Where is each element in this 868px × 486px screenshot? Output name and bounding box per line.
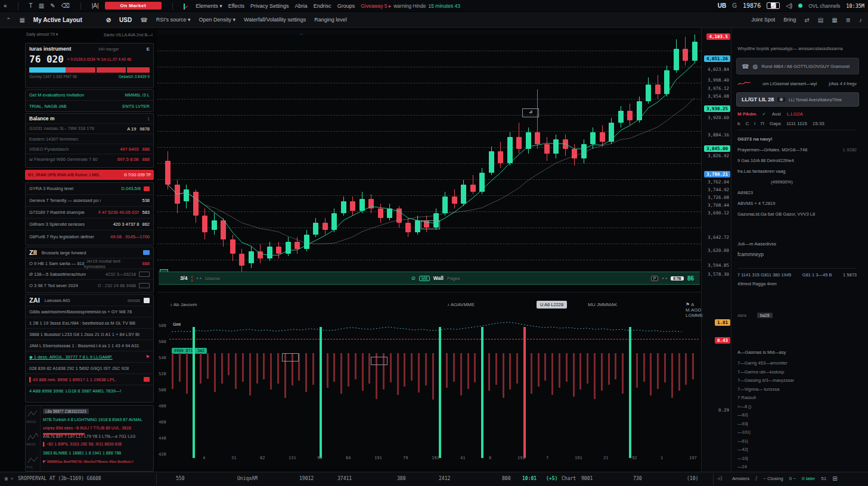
format-button[interactable]: b [737,121,740,126]
changelog-item[interactable]: 7—Garrig 453—amoniter [737,360,857,366]
changelog-item[interactable]: 7—Gamra ubi—kodusp [737,369,857,375]
journal-row[interactable]: 3888 1 Bussiss! L233 G8 1 2sss 21 G A1 1… [26,329,153,340]
stats-row[interactable]: 7 1141 315 G811 380 1945 G81 1 3—45 B 1 … [737,268,857,278]
changelog-item[interactable]: —24 [737,464,857,469]
position-row[interactable]: GYRA 3 Rousing levelD.043,5/8 [26,183,153,195]
changelog-item[interactable]: 7 Rassull [737,395,857,400]
position-row[interactable]: G6PurB 7 Ryu legislation definer49.08 . … [26,230,153,242]
position-p-chip[interactable]: P [651,276,659,281]
sell-tag[interactable] [144,186,150,191]
menu-elements[interactable]: Elements ▾ [196,3,222,9]
format-button[interactable]: C [745,121,749,126]
menu-rsi-source[interactable]: RSI's source ▾ [156,17,191,23]
layout-name[interactable]: My Active Layout [33,17,82,23]
menu-groups[interactable]: Groups [337,3,355,9]
auto-toggle[interactable]: 51 [821,476,826,481]
changelog-item[interactable]: —93| [737,421,857,426]
menu-joint-spot[interactable]: Joint Spot [751,17,775,23]
menu-effects[interactable]: Effects [228,3,244,9]
menu-bring[interactable]: Bring [783,17,796,23]
alert-edit-button[interactable] [139,272,150,277]
rect-annotation[interactable] [282,353,299,362]
chevron-up-icon[interactable]: ⌃ [6,17,11,23]
alert-row[interactable]: Ø 138—5 Sabasttrierachtunnel4232 3—93218 [26,269,153,280]
ticket-expand-icon[interactable]: E [147,46,150,52]
closing-toggle[interactable]: ~ Closing [763,476,783,481]
meta-chip[interactable]: ba28 [757,313,773,318]
selected-session-card[interactable]: LL/GT LIL 28 ▣ LL| Tsmad Averytilatory/T… [736,92,859,107]
measure-annotation[interactable]: ⊿ [522,108,539,117]
menu-endrisc[interactable]: Endrisc [314,3,331,9]
alert-row[interactable]: O 9 HB 1 Sam santa — 8181: Jer19 novital… [26,258,153,269]
refresh-icon[interactable]: ⇄ [804,17,809,23]
changelog-item[interactable]: >—8 () [737,404,857,409]
candle-style-icon[interactable] [184,2,190,10]
format-button[interactable]: 1111 1115 [786,121,807,126]
changelog-item[interactable]: —101| [737,429,857,435]
brush-tool-icon[interactable]: ✎ [50,2,55,9]
position-bar[interactable]: 3/4 ¦ ● ● Ussove ⊘ M8 Wall Pages P ● ● E… [159,272,700,285]
volume-icon[interactable]: ◁) [717,476,723,481]
text-tool-icon[interactable]: T [29,2,33,9]
menu-open-density[interactable]: Open Density ▾ [199,17,235,23]
measure-tool-icon[interactable]: |A| [92,2,99,9]
journal-row[interactable]: ▍43 888 mm. 8998 1 8991? 1 1 19638 LPL. [26,374,153,385]
format-button[interactable]: 15:33 [813,121,824,126]
format-button[interactable]: i [754,121,755,126]
quick-link-row[interactable]: Get M evaluations invitationMMM6L /3 L [26,90,153,101]
ticker-chip[interactable]: L8a 58877 2383322323 [43,409,89,414]
menu-ranging-level[interactable]: Ranging level [314,17,347,23]
save-icon[interactable]: ▤ [818,17,823,23]
alert-row[interactable]: O 3 98 7 Ted sever 2024O : 232 24 88 348… [26,280,153,291]
changelog-item[interactable]: —10| [737,456,857,461]
quick-link-row[interactable]: TRIAL, NAGB JABENTS LVTER [26,101,153,111]
alerts-color-chip[interactable] [143,250,150,255]
position-mode-chip[interactable]: M8 [419,276,430,281]
shapes-tool-icon[interactable]: ▥ [39,2,44,9]
journal-row[interactable]: 1 2B 1 19 3ssss EsL/984 : besittelssd.ss… [26,317,153,329]
position-row[interactable]: Geneva 7 Tenantly — assessed po sweats-G… [26,195,153,207]
menu-privacy-settings[interactable]: Privacy Settings [250,3,289,9]
chart-type-icon[interactable]: ▦ [832,17,837,23]
position-row[interactable]: Gillham 3 Splendid serieses420 3 4737 88… [26,219,153,230]
adjust-toggle[interactable]: Amsters [732,476,749,481]
eraser-tool-icon[interactable]: ⌫ [61,2,70,9]
risk-banner[interactable]: BY, JRAW GPB IRAN A/B Rumor J MEL G TOG … [25,170,154,180]
changelog-item[interactable]: —61| [737,438,857,444]
menu-abria[interactable]: Abria [295,3,308,9]
log-toggle[interactable]: 0 later [802,476,815,481]
price-axis[interactable]: 4,103.54,051.264,023.843,998.403,976.123… [701,28,731,472]
format-button[interactable]: Gaps [770,121,781,126]
fullscreen-icon[interactable]: ⊞ [832,475,837,482]
layout-grid-icon[interactable]: ▦ [19,17,24,23]
volume-icon[interactable]: ◁) [786,2,792,9]
sell-market-button[interactable]: On Market [105,2,162,10]
volume-panel[interactable]: ♪ Ab Javovm♪ AGAVMMEU A6 L2228MU JMMMAK⚑… [157,292,701,469]
ticker-row[interactable]: ◤ 3888B3ss BssPRETE! /Bss3s2TBssss 49ss … [43,457,151,465]
collapse-panel-icon[interactable]: « [4,2,7,9]
changelog-item[interactable]: 7—Vignna— turizssa [737,387,857,392]
ticker-row[interactable]: 3863 8L/M8E 1 18881 1 8 1941 1 888 788 [43,448,151,457]
position-value-chip[interactable]: E7B [671,276,684,281]
channel-row[interactable]: um LIGssmal stansert—wyl j/Ass 4 il freg… [737,80,857,86]
sidebar-header-left[interactable]: Daily almost 79 ▾ [26,32,58,37]
journal-row[interactable]: G88s aastrissimmi/Bassissprieteisid.ss +… [26,306,153,317]
changelog-item[interactable]: 7—Gassing d/3—mavyzssar [737,378,857,383]
ticker-row[interactable]: M7B.Turkish 4 8 LIGHTNING 1918 8 89A9 87… [43,415,151,423]
position-row[interactable]: G73189 7 Rashhit sham/pieF.47 5230 49.05… [26,207,153,219]
ticker-row[interactable]: ▍~82 1 89PIL 3163 J3E 58. 9/11 8639 838 [43,440,151,448]
account-card[interactable]: ☎ ◍ Rund 4864 / A6 GOTTLIGOVGUY Gramovst [736,58,859,74]
journal-row[interactable]: JAM L Ebsrrsslsssas 1 : Bsssmid.l.4.ss 1… [26,340,153,351]
changelog-item[interactable]: —42| [737,447,857,452]
changelog-item[interactable]: —82| [737,412,857,418]
journal-color-chip[interactable] [144,298,150,303]
menu-waterfall-volatility[interactable]: Waterfall/Volatility settings [244,17,306,23]
bell-icon[interactable]: ♪ [859,17,862,23]
percent-toggle[interactable]: 0 ~ [789,476,796,481]
ticker-row[interactable]: urgrey 89d sees ~8 9ULI 7 T7L/B 89 UVL. … [43,423,151,432]
format-button[interactable]: Π [761,121,764,126]
rect-annotation[interactable] [371,357,388,365]
journal-row[interactable]: ◆ 1 dess. ARGIL. 39777 7 8 L 9 LLGAMP.⚑ [26,351,153,363]
pair-label[interactable]: USD [119,17,132,23]
journal-row[interactable]: 4 A88 8998 3998: LG18 8 3987 AMEL 7839—! [26,385,153,397]
